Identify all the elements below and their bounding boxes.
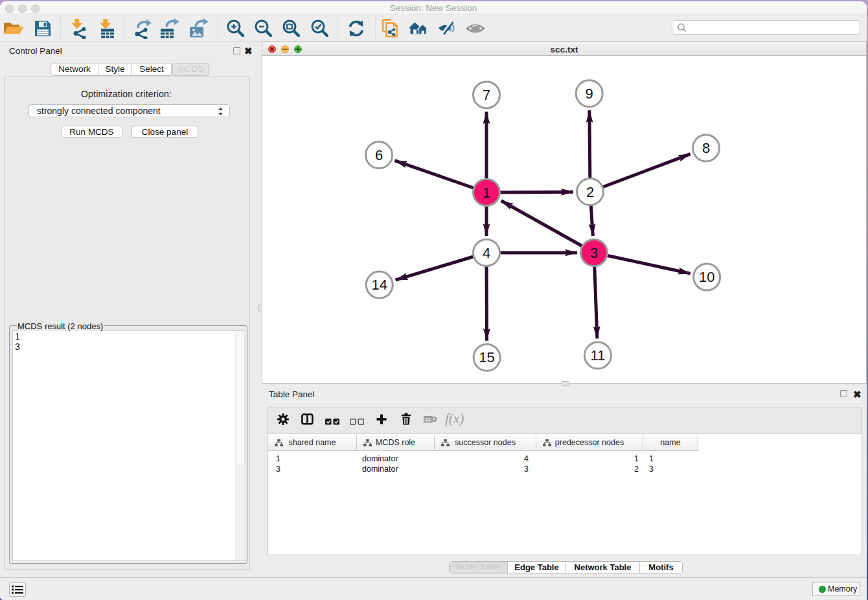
svg-text:1: 1 (483, 185, 490, 201)
svg-text:9: 9 (586, 86, 593, 102)
svg-text:15: 15 (479, 349, 494, 365)
svg-text:3: 3 (590, 245, 598, 261)
svg-text:4: 4 (483, 245, 490, 261)
svg-text:14: 14 (371, 277, 387, 293)
svg-text:8: 8 (702, 140, 710, 156)
svg-text:6: 6 (375, 147, 383, 163)
svg-text:7: 7 (483, 87, 490, 103)
svg-text:11: 11 (590, 347, 605, 363)
svg-text:10: 10 (699, 269, 714, 285)
svg-text:2: 2 (586, 184, 594, 200)
